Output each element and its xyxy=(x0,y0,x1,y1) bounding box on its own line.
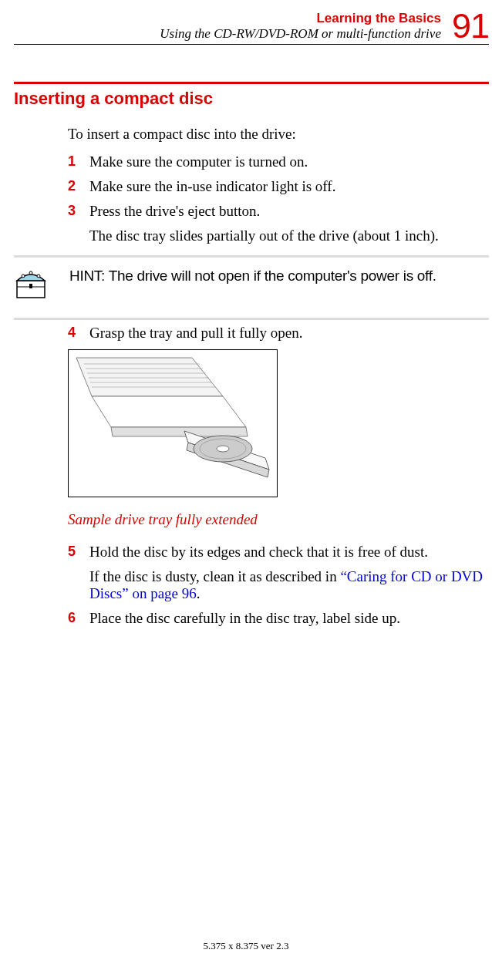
step-body: Press the drive's eject button. The disc… xyxy=(89,203,489,244)
step-body: Make sure the in-use indicator light is … xyxy=(89,178,489,195)
svg-rect-0 xyxy=(17,281,45,298)
svg-point-4 xyxy=(37,274,40,278)
step-3: 3 Press the drive's eject button. The di… xyxy=(68,203,489,244)
step-text: Hold the disc by its edges and check tha… xyxy=(89,544,489,561)
step-number: 6 xyxy=(68,610,89,627)
step-number: 4 xyxy=(68,325,89,342)
section-rule xyxy=(14,82,489,84)
figure-caption: Sample drive tray fully extended xyxy=(68,511,489,528)
svg-marker-6 xyxy=(76,358,223,396)
treasure-chest-icon xyxy=(14,267,48,301)
hint-row: HINT: The drive will not open if the com… xyxy=(14,261,489,315)
step-body: Hold the disc by its edges and check tha… xyxy=(89,544,489,602)
step-text: The disc tray slides partially out of th… xyxy=(89,227,489,244)
hint-block: HINT: The drive will not open if the com… xyxy=(14,255,489,320)
page-header: Learning the Basics Using the CD-RW/DVD-… xyxy=(14,11,489,45)
header-text-block: Learning the Basics Using the CD-RW/DVD-… xyxy=(160,11,441,42)
step-text: Press the drive's eject button. xyxy=(89,203,489,220)
step-text: If the disc is dusty, clean it as descri… xyxy=(89,568,489,602)
hint-rule-top xyxy=(14,255,489,258)
content-block: To insert a compact disc into the drive:… xyxy=(14,126,489,244)
hint-rule-bottom xyxy=(14,318,489,320)
svg-marker-13 xyxy=(92,396,246,427)
step-body: Place the disc carefully in the disc tra… xyxy=(89,610,489,627)
intro-text: To insert a compact disc into the drive: xyxy=(68,126,489,143)
step-number: 1 xyxy=(68,153,89,170)
svg-point-3 xyxy=(29,271,32,274)
step-5: 5 Hold the disc by its edges and check t… xyxy=(68,544,489,602)
content-block-3: 5 Hold the disc by its edges and check t… xyxy=(14,544,489,627)
step-text-pre: If the disc is dusty, clean it as descri… xyxy=(89,568,340,584)
step-text: Grasp the tray and pull it fully open. xyxy=(89,325,489,342)
step-number: 5 xyxy=(68,544,89,602)
page: Learning the Basics Using the CD-RW/DVD-… xyxy=(0,0,492,627)
step-text: Make sure the computer is turned on. xyxy=(89,153,489,170)
hint-text: HINT: The drive will not open if the com… xyxy=(69,267,436,285)
figure-wrap: Sample drive tray fully extended xyxy=(14,349,489,528)
step-4: 4 Grasp the tray and pull it fully open. xyxy=(68,325,489,342)
step-2: 2 Make sure the in-use indicator light i… xyxy=(68,178,489,195)
step-text: Make sure the in-use indicator light is … xyxy=(89,178,489,195)
step-text: Place the disc carefully in the disc tra… xyxy=(89,610,489,627)
page-number: 91 xyxy=(452,11,489,42)
svg-marker-14 xyxy=(111,427,248,436)
step-body: Grasp the tray and pull it fully open. xyxy=(89,325,489,342)
step-number: 3 xyxy=(68,203,89,244)
svg-point-19 xyxy=(217,446,229,452)
content-block-2: 4 Grasp the tray and pull it fully open. xyxy=(14,325,489,342)
step-6: 6 Place the disc carefully in the disc t… xyxy=(68,610,489,627)
step-1: 1 Make sure the computer is turned on. xyxy=(68,153,489,170)
footer-text: 5.375 x 8.375 ver 2.3 xyxy=(0,940,492,952)
section-title: Inserting a compact disc xyxy=(14,89,489,109)
step-body: Make sure the computer is turned on. xyxy=(89,153,489,170)
svg-rect-5 xyxy=(29,284,32,288)
subchapter-title: Using the CD-RW/DVD-ROM or multi-functio… xyxy=(160,26,441,42)
svg-point-2 xyxy=(22,274,25,278)
chapter-title: Learning the Basics xyxy=(160,11,441,26)
step-text-post: . xyxy=(197,585,201,601)
step-number: 2 xyxy=(68,178,89,195)
drive-tray-figure xyxy=(68,349,278,497)
